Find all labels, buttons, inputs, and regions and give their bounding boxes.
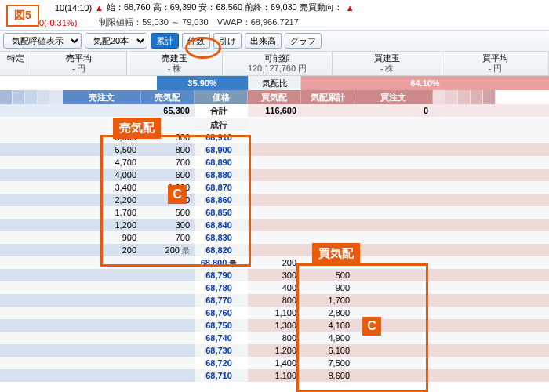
sell-pos-header: 売建玉- 株 [127, 52, 223, 75]
buy-kehai-cell [248, 143, 301, 156]
buy-order-cell [354, 131, 433, 143]
price-cell: 68,820 [195, 244, 248, 256]
nariyuki-row: 成行 [0, 118, 549, 131]
table-row: 68,7708001,700 [0, 294, 549, 307]
dekidaka-button[interactable]: 出来高 [245, 33, 282, 49]
sum-price-label: 合計 [195, 104, 248, 117]
graph-button[interactable]: グラフ [285, 33, 322, 49]
sell-kehai-cell [141, 319, 195, 332]
kehai-ruikei-cell: 900 [301, 281, 354, 294]
buy-order-cell [354, 281, 433, 294]
kehai-ruikei-cell: 6,100 [301, 344, 354, 357]
toolbar: 気配呼値表示 気配20本 累計 件数 引け 出来高 グラフ [0, 30, 549, 52]
price-cell: 68,840 [195, 219, 248, 231]
buy-kehai-label: 買気配 [312, 243, 360, 264]
up-triangle-icon: ▲ [95, 3, 104, 13]
buy-order-cell [354, 156, 433, 169]
kehai-ruikei-cell [301, 156, 354, 169]
buy-kehai-cell [248, 231, 301, 244]
kehai-ruikei-cell [301, 219, 354, 231]
quote-line2: 0(-0.31%) 制限値幅：59,030 ～ 79,030 VWAP：68,9… [0, 15, 549, 30]
table-row: 68,7601,1002,800 [0, 307, 549, 319]
buy-depth-stripes [433, 90, 496, 104]
buy-ratio: 64.10% [301, 76, 549, 90]
figure-badge: 図5 [6, 5, 39, 27]
price-cell: 68,830 [195, 231, 248, 244]
sell-kehai-cell [141, 332, 195, 344]
buy-kehai-cell [248, 156, 301, 169]
sell-kehai-cell [141, 281, 195, 294]
buy-order-cell [354, 357, 433, 369]
sell-order-cell [63, 269, 141, 281]
display-mode-select[interactable]: 気配呼値表示 [3, 33, 82, 49]
hike-button[interactable]: 引け [213, 33, 242, 49]
price-cell: 68,850 [195, 206, 248, 219]
account-type: 特定 [0, 52, 31, 75]
sell-order-cell [63, 357, 141, 369]
price-cell: 68,760 [195, 307, 248, 319]
kensu-button[interactable]: 件数 [182, 33, 210, 49]
kehai-ruikei-cell: 4,100 [301, 319, 354, 332]
buy-kehai-cell: 200 [248, 256, 301, 269]
table-row: 68,790300500 [0, 269, 549, 281]
sell-order-cell: 4,000 [63, 169, 141, 181]
table-row: 68,7201,4007,500 [0, 357, 549, 369]
sell-kehai-cell [141, 256, 195, 269]
kehai-ruikei-cell: 7,500 [301, 357, 354, 369]
buy-kehai-cell: 400 [248, 281, 301, 294]
buy-kehai-col: 買気配 [248, 90, 301, 104]
kehai-ruikei-cell [301, 169, 354, 181]
buy-order-col: 買注文 [354, 90, 433, 104]
table-row: 4,70070068,890 [0, 156, 549, 169]
buy-order-cell [354, 231, 433, 244]
column-headers: 売注文 売気配 価格 買気配 気配累計 買注文 [0, 90, 549, 104]
price-cell: 68,770 [195, 294, 248, 307]
table-row: 2,20050068,860 [0, 194, 549, 206]
up-triangle-icon: ▲ [346, 3, 354, 13]
sell-kehai-label: 売気配 [113, 118, 161, 139]
kehai-ruikei-cell: 2,800 [301, 307, 354, 319]
buy-kehai-cell: 1,200 [248, 344, 301, 357]
sell-kehai-cell [141, 294, 195, 307]
sell-kehai-cell [141, 357, 195, 369]
sell-order-cell: 900 [63, 231, 141, 244]
buy-order-cell [354, 369, 433, 382]
sum-sell-kehai: 65,300 [141, 104, 195, 117]
sell-kehai-cell: 600 [141, 169, 195, 181]
buy-kehai-cell: 300 [248, 269, 301, 281]
table-row: 68,7408004,900 [0, 332, 549, 344]
sell-kehai-cell [141, 369, 195, 382]
table-row: 4,00060068,880 [0, 169, 549, 181]
sell-kehai-col: 売気配 [141, 90, 195, 104]
table-row: 68,7301,2006,100 [0, 344, 549, 357]
sell-order-col: 売注文 [63, 90, 141, 104]
sell-avg-header: 売平均- 円 [31, 52, 127, 75]
sell-kehai-cell: 200 最 [141, 244, 195, 256]
price-cell: 68,730 [195, 344, 248, 357]
buy-kehai-cell [248, 206, 301, 219]
sell-order-cell: 3,400 [63, 181, 141, 194]
table-row: 90070068,830 [0, 231, 549, 244]
sell-kehai-cell: 700 [141, 231, 195, 244]
buy-c-marker: C [362, 317, 381, 336]
price-col: 価格 [195, 90, 248, 104]
kehai-ruikei-cell: 8,600 [301, 369, 354, 382]
buy-order-cell [354, 181, 433, 194]
kehai-count-select[interactable]: 気配20本 [85, 33, 147, 49]
available-header: 可能額120,127,760 円 [223, 52, 333, 75]
buy-order-cell [354, 194, 433, 206]
sell-kehai-cell: 800 [141, 143, 195, 156]
buy-order-cell [354, 294, 433, 307]
sell-kehai-cell: 700 [141, 156, 195, 169]
orderbook-grid: 5,80030068,9105,50080068,9004,70070068,8… [0, 131, 549, 382]
sell-kehai-cell [141, 269, 195, 281]
sell-order-cell: 1,700 [63, 206, 141, 219]
kehai-ruikei-cell: 500 [301, 269, 354, 281]
sell-order-cell [63, 307, 141, 319]
sell-kehai-cell [141, 307, 195, 319]
table-row: 68,7101,1008,600 [0, 369, 549, 382]
price-cell: 68,880 [195, 169, 248, 181]
ruikei-button[interactable]: 累計 [151, 33, 179, 49]
ratio-label: 気配比 [248, 76, 301, 90]
quote-line1: 10(14:10) ▲ 始：68,760 高：69,390 安：68,560 前… [0, 0, 549, 15]
